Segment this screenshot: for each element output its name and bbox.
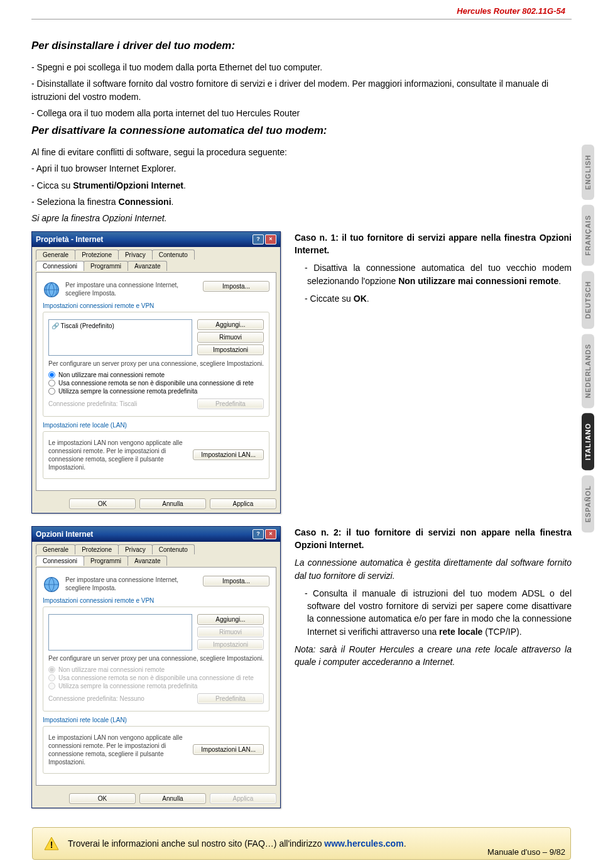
annulla-button[interactable]: Annulla xyxy=(139,498,206,509)
proxy-text: Per configurare un server proxy per una … xyxy=(48,360,264,368)
section-remote-2: Impostazioni connessioni remote e VPN xyxy=(43,597,269,604)
radio-if-no-network[interactable]: Usa connessione remota se non è disponib… xyxy=(48,380,264,387)
dialog-internet-properties: Proprietà - Internet ? × Generale Protez… xyxy=(31,231,281,514)
impostazioni-button[interactable]: Impostazioni xyxy=(197,344,264,355)
tab-avanzate[interactable]: Avanzate xyxy=(128,261,168,271)
rimuovi-button-2: Rimuovi xyxy=(197,627,264,637)
dialog-internet-options: Opzioni Internet ? × Generale Protezione… xyxy=(31,526,281,808)
setup-text: Per impostare una connessione Internet, … xyxy=(65,281,198,297)
aggiungi-button-2[interactable]: Aggiungi... xyxy=(197,614,264,625)
case-1-text: Caso n. 1: il tuo fornitore di servizi a… xyxy=(295,231,572,514)
help-icon[interactable]: ? xyxy=(253,529,264,539)
section-lan-2: Impostazioni rete locale (LAN) xyxy=(43,717,269,723)
radio-if-no-network-2: Usa connessione remota se non è disponib… xyxy=(48,674,264,681)
lan-settings-button[interactable]: Impostazioni LAN... xyxy=(193,449,264,460)
tab-programmi[interactable]: Programmi xyxy=(84,261,128,271)
applica-button[interactable]: Applica xyxy=(210,498,276,509)
predefinita-button-2: Predefinita xyxy=(197,693,264,704)
header-product: Hercules Router 802.11G-54 xyxy=(457,6,565,16)
lang-english[interactable]: ENGLISH xyxy=(582,145,594,200)
close-icon[interactable]: × xyxy=(265,529,276,539)
proxy-text-2: Per configurare un server proxy per una … xyxy=(48,654,264,662)
radio-never[interactable]: Non utilizzare mai connessioni remote xyxy=(48,371,264,378)
connections-listbox[interactable]: 🔗 Tiscali (Predefinito) xyxy=(48,319,192,356)
section-remote: Impostazioni connessioni remote e VPN xyxy=(43,302,269,309)
language-sidebar: ENGLISH FRANÇAIS DEUTSCH NEDERLANDS ITAL… xyxy=(582,145,594,533)
tab-protezione-2[interactable]: Protezione xyxy=(75,544,119,554)
tab-connessioni-2[interactable]: Connessioni xyxy=(36,556,84,566)
body-text-2: Al fine di evitare conflitti di software… xyxy=(31,146,572,224)
radio-never-2: Non utilizzare mai connessioni remote xyxy=(48,666,264,673)
body-text-1: - Spegni e poi scollega il tuo modem dal… xyxy=(31,61,572,119)
hercules-link[interactable]: www.hercules.com xyxy=(324,838,403,849)
lan-text-2: Le impostazioni LAN non vengono applicat… xyxy=(48,733,188,766)
tab-generale[interactable]: Generale xyxy=(36,250,75,260)
tab-generale-2[interactable]: Generale xyxy=(36,544,75,554)
ok-button-2[interactable]: OK xyxy=(69,793,136,804)
case-2-text: Caso n. 2: il tuo fornitore di servizi n… xyxy=(295,526,572,808)
tab-protezione[interactable]: Protezione xyxy=(75,250,119,260)
dialog-titlebar-2: Opzioni Internet ? × xyxy=(32,527,280,542)
applica-button-2: Applica xyxy=(210,793,276,804)
lang-nederlands[interactable]: NEDERLANDS xyxy=(582,334,594,408)
rimuovi-button[interactable]: Rimuovi xyxy=(197,332,264,343)
tab-privacy-2[interactable]: Privacy xyxy=(118,544,153,554)
tab-avanzate-2[interactable]: Avanzate xyxy=(128,556,168,566)
tab-programmi-2[interactable]: Programmi xyxy=(84,556,128,566)
tab-contenuto-2[interactable]: Contenuto xyxy=(152,544,195,554)
svg-text:!: ! xyxy=(50,840,53,850)
setup-text-2: Per impostare una connessione Internet, … xyxy=(65,576,198,592)
radio-always[interactable]: Utilizza sempre la connessione remota pr… xyxy=(48,388,264,395)
lang-francais[interactable]: FRANÇAIS xyxy=(582,205,594,266)
globe-icon xyxy=(43,576,60,593)
lang-espanol[interactable]: ESPAÑOL xyxy=(582,475,594,532)
annulla-button-2[interactable]: Annulla xyxy=(139,793,206,804)
lang-italiano[interactable]: ITALIANO xyxy=(582,413,594,470)
imposta-button[interactable]: Imposta... xyxy=(203,281,269,292)
tab-connessioni[interactable]: Connessioni xyxy=(36,261,84,271)
connections-listbox-2[interactable] xyxy=(48,614,192,651)
lan-settings-button-2[interactable]: Impostazioni LAN... xyxy=(193,744,264,755)
heading-uninstall: Per disinstallare i driver del tuo modem… xyxy=(31,40,572,52)
section-lan: Impostazioni rete locale (LAN) xyxy=(43,422,269,429)
impostazioni-button-2: Impostazioni xyxy=(197,639,264,650)
tab-privacy[interactable]: Privacy xyxy=(118,250,153,260)
predefinita-button: Predefinita xyxy=(197,398,264,409)
close-icon[interactable]: × xyxy=(265,234,276,244)
page-footer: Manuale d'uso – 9/82 xyxy=(487,847,565,857)
lang-deutsch[interactable]: DEUTSCH xyxy=(582,271,594,329)
aggiungi-button[interactable]: Aggiungi... xyxy=(197,319,264,330)
lan-text: Le impostazioni LAN non vengono applicat… xyxy=(48,439,188,471)
radio-always-2: Utilizza sempre la connessione remota pr… xyxy=(48,683,264,689)
dialog-titlebar-1: Proprietà - Internet ? × xyxy=(32,232,280,247)
tab-contenuto[interactable]: Contenuto xyxy=(152,250,195,260)
ok-button[interactable]: OK xyxy=(69,498,136,509)
imposta-button-2[interactable]: Imposta... xyxy=(203,576,269,586)
warning-icon: ! xyxy=(44,837,59,850)
globe-icon xyxy=(43,281,60,299)
heading-disable: Per disattivare la connessione automatic… xyxy=(31,124,572,137)
help-icon[interactable]: ? xyxy=(253,234,264,244)
